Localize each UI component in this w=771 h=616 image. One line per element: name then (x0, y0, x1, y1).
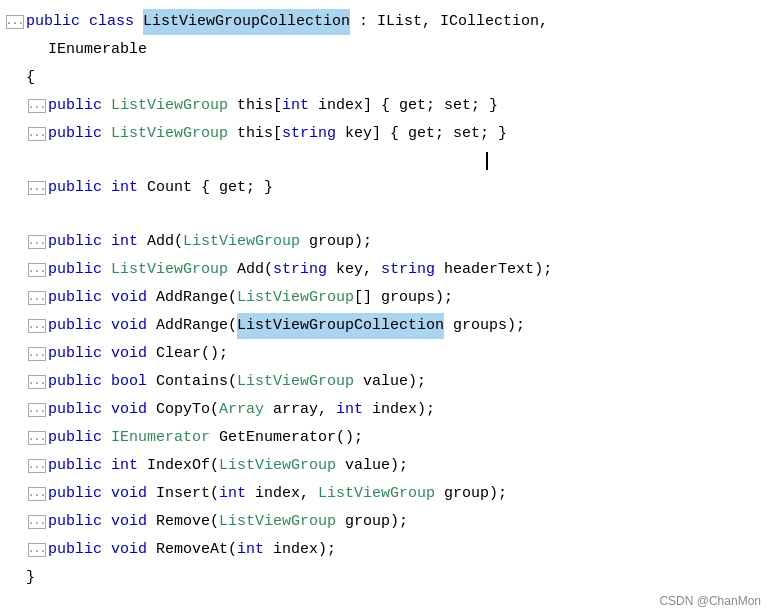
code-token: public (48, 481, 111, 507)
code-token: key] { get; set; } (336, 121, 507, 147)
code-token: string (381, 257, 435, 283)
code-token: } (26, 565, 35, 591)
code-token: int (111, 453, 138, 479)
collapse-button[interactable]: ... (28, 347, 46, 361)
code-line-line-blank1 (0, 148, 771, 174)
code-token: index); (363, 397, 435, 423)
code-token: public (48, 313, 111, 339)
code-line-line-copyto: ...public void CopyTo(Array array, int i… (0, 396, 771, 424)
code-line-line-count: ...public int Count { get; } (0, 174, 771, 202)
code-token: Add( (228, 257, 273, 283)
code-token: void (111, 341, 147, 367)
code-token: bool (111, 369, 147, 395)
code-token: key, (327, 257, 381, 283)
code-token: ListViewGroup (237, 369, 354, 395)
code-token: ListViewGroup (318, 481, 435, 507)
code-token: public (48, 369, 111, 395)
text-cursor (486, 152, 488, 170)
code-line-line-indexof: ...public int IndexOf(ListViewGroup valu… (0, 452, 771, 480)
code-token: public (48, 453, 111, 479)
code-token: index, (246, 481, 318, 507)
collapse-button[interactable]: ... (28, 487, 46, 501)
collapse-button[interactable]: ... (28, 99, 46, 113)
collapse-button[interactable]: ... (28, 515, 46, 529)
code-token: int (111, 229, 138, 255)
watermark: CSDN @ChanMon (659, 594, 761, 608)
code-token: string (273, 257, 327, 283)
code-token: : IList, ICollection, (350, 9, 548, 35)
code-line-line-close-brace: } (0, 564, 771, 592)
code-token: index); (264, 537, 336, 563)
code-token: group); (336, 509, 408, 535)
code-token: int (282, 93, 309, 119)
code-token: group); (435, 481, 507, 507)
code-token: void (111, 397, 147, 423)
code-line-line-class: ...public class ListViewGroupCollection … (0, 8, 771, 36)
code-token: public (48, 257, 111, 283)
collapse-button[interactable]: ... (28, 375, 46, 389)
code-token: Clear(); (147, 341, 228, 367)
code-token: groups); (444, 313, 525, 339)
code-token: void (111, 537, 147, 563)
collapse-button[interactable]: ... (28, 319, 46, 333)
code-container: ...public class ListViewGroupCollection … (0, 0, 771, 616)
code-token: int (111, 175, 138, 201)
code-token: this[ (228, 93, 282, 119)
collapse-button[interactable]: ... (28, 543, 46, 557)
code-token: ListViewGroup (219, 453, 336, 479)
collapse-button[interactable]: ... (28, 291, 46, 305)
code-token: void (111, 481, 147, 507)
code-token: GetEnumerator(); (210, 425, 363, 451)
code-token: ListViewGroup (111, 121, 228, 147)
code-line-line-open-brace: { (0, 64, 771, 92)
code-token: public (48, 509, 111, 535)
code-line-line-insert: ...public void Insert(int index, ListVie… (0, 480, 771, 508)
code-token: array, (264, 397, 336, 423)
code-token: ListViewGroup (183, 229, 300, 255)
code-token: int (219, 481, 246, 507)
collapse-button[interactable]: ... (6, 15, 24, 29)
code-line-line-addrange1: ...public void AddRange(ListViewGroup[] … (0, 284, 771, 312)
code-token: IndexOf( (138, 453, 219, 479)
collapse-button[interactable]: ... (28, 263, 46, 277)
code-token: [] groups); (354, 285, 453, 311)
code-token: int (336, 397, 363, 423)
code-token: value); (354, 369, 426, 395)
code-token: AddRange( (147, 285, 237, 311)
code-line-line-getenumerator: ...public IEnumerator GetEnumerator(); (0, 424, 771, 452)
collapse-button[interactable]: ... (28, 127, 46, 141)
code-line-line-clear: ...public void Clear(); (0, 340, 771, 368)
collapse-button[interactable]: ... (28, 459, 46, 473)
code-token: public (48, 425, 111, 451)
code-token: public (48, 175, 111, 201)
code-token: public (48, 341, 111, 367)
code-token: public (48, 93, 111, 119)
collapse-button[interactable]: ... (28, 181, 46, 195)
code-token: void (111, 509, 147, 535)
code-token: public (48, 285, 111, 311)
code-token: Insert( (147, 481, 219, 507)
code-token: void (111, 313, 147, 339)
code-token: public (48, 537, 111, 563)
code-line-line-ienumerable: IEnumerable (0, 36, 771, 64)
code-token: Contains( (147, 369, 237, 395)
code-token: IEnumerable (48, 37, 147, 63)
code-line-line-indexer2: ...public ListViewGroup this[string key]… (0, 120, 771, 148)
code-line-line-remove: ...public void Remove(ListViewGroup grou… (0, 508, 771, 536)
collapse-button[interactable]: ... (28, 431, 46, 445)
code-line-line-addrange2: ...public void AddRange(ListViewGroupCol… (0, 312, 771, 340)
code-token: ListViewGroup (111, 257, 228, 283)
code-token: value); (336, 453, 408, 479)
code-token: Count { get; } (138, 175, 273, 201)
code-token: public (26, 9, 89, 35)
code-line-line-add2: ...public ListViewGroup Add(string key, … (0, 256, 771, 284)
code-token: class (89, 9, 143, 35)
code-line-line-indexer1: ...public ListViewGroup this[int index] … (0, 92, 771, 120)
code-token: IEnumerator (111, 425, 210, 451)
collapse-button[interactable]: ... (28, 403, 46, 417)
collapse-button[interactable]: ... (28, 235, 46, 249)
code-line-line-contains: ...public bool Contains(ListViewGroup va… (0, 368, 771, 396)
code-token: Array (219, 397, 264, 423)
code-token: group); (300, 229, 372, 255)
code-token: { (26, 65, 35, 91)
